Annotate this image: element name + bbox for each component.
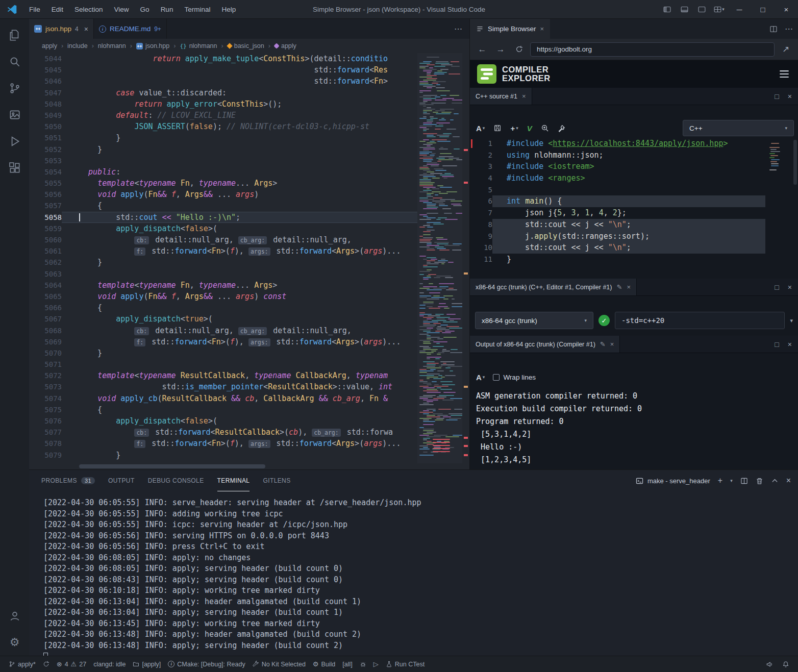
ce-code-line-11[interactable]: 11}	[470, 254, 798, 265]
menu-go[interactable]: Go	[135, 6, 155, 13]
problems-status[interactable]: ⊗4⚠27	[53, 656, 90, 672]
breadcrumb-item-nlohmann[interactable]: nlohmann	[96, 42, 128, 49]
compiler-pane-tab[interactable]: x86-64 gcc (trunk) (C++, Editor #1, Comp…	[470, 279, 637, 295]
close-pane-icon[interactable]: ×	[610, 340, 614, 348]
feedback[interactable]	[762, 656, 777, 672]
options-dropdown-icon[interactable]: ▾	[790, 317, 793, 324]
image-preview-icon[interactable]	[3, 102, 27, 128]
close-tab-icon[interactable]: ×	[540, 25, 544, 33]
zoom-search-icon[interactable]	[541, 124, 549, 132]
panel-tab-terminal[interactable]: TERMINAL	[217, 470, 250, 491]
code-line-5065[interactable]: 5065 void apply(Fn&& f, Args&& ... args)…	[29, 291, 417, 302]
settings-gear-icon[interactable]: ⚙	[3, 629, 27, 656]
tab-readme-md[interactable]: i README.md 9+	[94, 19, 167, 39]
vim-mode-icon[interactable]: V	[527, 124, 532, 133]
code-line-5057[interactable]: 5057 {	[29, 200, 417, 211]
edit-pane-title-icon[interactable]: ✎	[616, 283, 622, 291]
output-pane-tab[interactable]: Output of x86-64 gcc (trunk) (Compiler #…	[470, 336, 620, 353]
add-pane-button[interactable]: +▾	[510, 124, 518, 133]
menu-help[interactable]: Help	[216, 6, 241, 13]
back-icon[interactable]: ←	[475, 42, 489, 57]
browser-more-actions-icon[interactable]: ⋯	[785, 24, 793, 34]
code-line-5056[interactable]: 5056 void apply(Fn&& f, Args&& ... args)	[29, 189, 417, 200]
kill-terminal-icon[interactable]	[756, 477, 763, 485]
font-size-button[interactable]: A▾	[476, 373, 485, 382]
panel-tab-output[interactable]: OUTPUT	[108, 470, 135, 491]
menu-edit[interactable]: Edit	[46, 6, 69, 13]
reload-icon[interactable]	[512, 42, 526, 57]
code-line-5067[interactable]: 5067 apply_dispatch<true>(	[29, 313, 417, 325]
cmake-project[interactable]: [apply]	[129, 656, 164, 672]
code-line-5072[interactable]: 5072 template<typename ResultCallback, t…	[29, 370, 417, 381]
minimize-button[interactable]: ─	[728, 0, 751, 19]
code-line-5054[interactable]: 5054 public:	[29, 166, 417, 178]
close-panel-icon[interactable]: ×	[786, 476, 791, 485]
ce-code-line-8[interactable]: 8 std::cout << j << "\n";	[470, 219, 798, 231]
breadcrumb-item-apply[interactable]: apply	[273, 42, 298, 49]
source-control-icon[interactable]	[3, 75, 27, 102]
save-icon[interactable]	[493, 124, 502, 132]
explorer-icon[interactable]	[3, 22, 27, 48]
close-pane-icon[interactable]: ×	[788, 92, 792, 101]
breadcrumb-item-basic_json[interactable]: basic_json	[226, 42, 266, 49]
code-line-5068[interactable]: 5068 cb: detail::null_arg, cb_arg: detai…	[29, 325, 417, 336]
menu-file[interactable]: File	[23, 6, 46, 13]
code-line-5074[interactable]: 5074 void apply_cb(ResultCallback && cb,…	[29, 393, 417, 404]
wrap-lines-checkbox[interactable]: Wrap lines	[493, 374, 536, 381]
cmake-launch[interactable]: ▷	[370, 656, 382, 672]
code-line-5045[interactable]: 5045 std::forward<Res	[29, 64, 417, 76]
panel-tab-problems[interactable]: PROBLEMS31	[41, 470, 95, 491]
terminal-dropdown-icon[interactable]: ▾	[730, 478, 733, 483]
close-pane-icon[interactable]: ×	[788, 283, 792, 291]
code-line-5077[interactable]: 5077 cb: std::forward<ResultCallback>(cb…	[29, 427, 417, 438]
forward-icon[interactable]: →	[493, 42, 508, 57]
code-line-5048[interactable]: 5048 return apply_error<ConstThis>();	[29, 98, 417, 110]
ce-scrollbar-thumb[interactable]	[793, 140, 797, 185]
maximize-pane-icon[interactable]: □	[775, 92, 779, 101]
ce-code-line-1[interactable]: 1#include <https://localhost:8443/apply/…	[470, 138, 798, 150]
menu-run[interactable]: Run	[155, 6, 179, 13]
code-line-5046[interactable]: 5046 std::forward<Fn>	[29, 76, 417, 87]
code-line-5060[interactable]: 5060 cb: detail::null_arg, cb_arg: detai…	[29, 234, 417, 245]
breadcrumb-item-json.hpp[interactable]: ++json.hpp	[135, 42, 171, 49]
customize-layout-icon[interactable]: ▾	[710, 0, 728, 19]
cmake-kit[interactable]: No Kit Selected	[249, 656, 309, 672]
code-line-5053[interactable]: 5053	[29, 155, 417, 166]
panel-tab-gitlens[interactable]: GITLENS	[263, 470, 290, 491]
editor-more-actions-icon[interactable]: ⋯	[454, 19, 462, 39]
accounts-icon[interactable]	[3, 603, 27, 629]
split-terminal-icon[interactable]	[740, 477, 748, 485]
ce-code-line-2[interactable]: 2using nlohmann::json;	[470, 150, 798, 161]
url-input[interactable]: https://godbolt.org	[530, 42, 775, 57]
run-ctest[interactable]: Run CTest	[382, 656, 428, 672]
font-size-button[interactable]: A▾	[476, 124, 485, 133]
breadcrumb-item-nlohmann[interactable]: {}nlohmann	[178, 42, 218, 49]
horizontal-scrollbar[interactable]	[79, 463, 417, 469]
tab-json-hpp[interactable]: ++ json.hpp 4 ×	[29, 19, 94, 39]
code-line-5064[interactable]: 5064 template<typename Fn, typename... A…	[29, 280, 417, 291]
maximize-pane-icon[interactable]: □	[775, 283, 779, 291]
code-line-5079[interactable]: 5079 }	[29, 450, 417, 461]
clangd-status[interactable]: clangd: idle	[90, 656, 129, 672]
sync-status[interactable]	[39, 656, 53, 672]
ce-code-line-9[interactable]: 9 j.apply(std::ranges::sort);	[470, 231, 798, 242]
code-line-5076[interactable]: 5076 apply_dispatch<false>(	[29, 415, 417, 427]
code-line-5050[interactable]: 5050 JSON_ASSERT(false); // NOLINT(cert-…	[29, 121, 417, 132]
edit-pane-title-icon[interactable]: ✎	[600, 340, 606, 348]
minimap[interactable]	[417, 53, 462, 463]
hamburger-menu-icon[interactable]	[778, 67, 791, 81]
git-branch-status[interactable]: apply*	[5, 656, 39, 672]
cmake-status[interactable]: iCMake: [Debug]: Ready	[164, 656, 248, 672]
open-external-icon[interactable]: ↗	[779, 42, 793, 57]
menu-selection[interactable]: Selection	[69, 6, 109, 13]
cmake-build[interactable]: ⚙Build	[309, 656, 339, 672]
code-line-5052[interactable]: 5052 }	[29, 144, 417, 155]
breadcrumb-item-apply[interactable]: apply	[40, 42, 59, 49]
maximize-pane-icon[interactable]: □	[775, 340, 779, 349]
close-pane-icon[interactable]: ×	[522, 92, 526, 100]
code-line-5066[interactable]: 5066 {	[29, 302, 417, 313]
code-line-5063[interactable]: 5063	[29, 268, 417, 280]
menu-terminal[interactable]: Terminal	[179, 6, 216, 13]
terminal-select[interactable]: make - serve_header	[636, 477, 710, 485]
panel-tab-debug-console[interactable]: DEBUG CONSOLE	[148, 470, 204, 491]
